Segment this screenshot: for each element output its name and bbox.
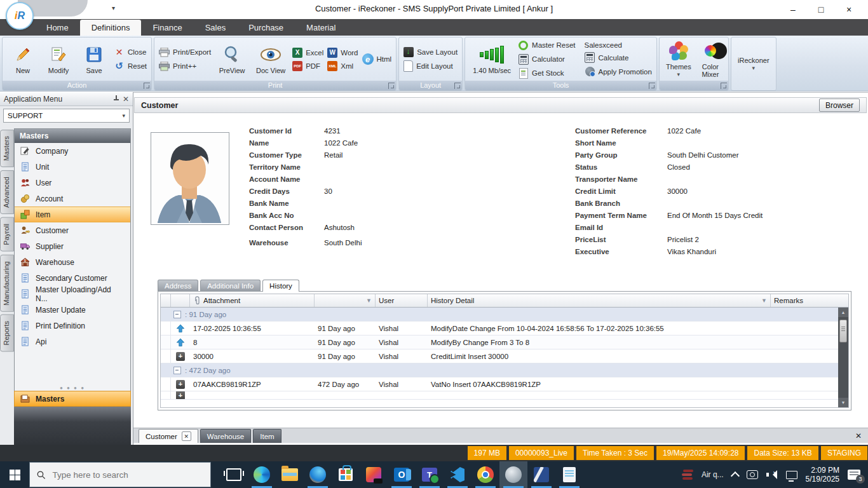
excel-button[interactable]: X Excel bbox=[292, 48, 323, 58]
dialog-launcher-icon[interactable] bbox=[649, 83, 655, 89]
new-button[interactable]: New bbox=[5, 43, 41, 76]
browser-button[interactable]: Browser bbox=[819, 98, 860, 112]
tab-additional-info[interactable]: Additional Info bbox=[200, 280, 261, 292]
print-plus-button[interactable]: Print++ bbox=[159, 61, 211, 72]
maximize-button[interactable]: □ bbox=[807, 0, 835, 19]
pin-icon[interactable] bbox=[114, 95, 119, 102]
save-button[interactable]: Save bbox=[76, 43, 112, 76]
vtab-payroll[interactable]: Payroll bbox=[0, 217, 14, 252]
vtab-masters[interactable]: Masters bbox=[0, 130, 14, 167]
taskbar-m365[interactable] bbox=[360, 461, 388, 488]
calculate-button[interactable]: Calculate bbox=[585, 52, 652, 63]
vtab-reports[interactable]: Reports bbox=[0, 315, 14, 352]
scroll-down-icon[interactable]: ▼ bbox=[838, 398, 848, 407]
ireckoner-logo[interactable]: iR bbox=[6, 2, 34, 30]
header-date[interactable]: ▼ bbox=[315, 294, 376, 307]
tray-chevron-icon[interactable] bbox=[731, 471, 740, 480]
sidebar-splitter[interactable]: ● ● ● ● bbox=[14, 385, 131, 391]
sidebar-item-item[interactable]: Item bbox=[15, 207, 130, 222]
group-row-472-days[interactable]: : 472 Day ago bbox=[161, 363, 848, 377]
doctab-item[interactable]: Item bbox=[253, 429, 281, 443]
notification-center-icon[interactable]: 3 bbox=[848, 470, 860, 480]
masters-bottom-button[interactable]: Masters bbox=[14, 391, 131, 407]
start-button[interactable] bbox=[0, 461, 29, 488]
taskbar-ireckoner-active[interactable] bbox=[499, 461, 527, 488]
history-row[interactable]: + 07AAKCB9819R1ZP 472 Day ago Vishal Vat… bbox=[161, 377, 848, 391]
taskbar-vscode[interactable] bbox=[444, 461, 471, 488]
modify-button[interactable]: Modify bbox=[41, 43, 76, 76]
header-user[interactable]: User bbox=[376, 294, 428, 307]
tab-address[interactable]: Address bbox=[158, 280, 198, 292]
dialog-launcher-icon[interactable] bbox=[388, 83, 395, 89]
get-stock-button[interactable]: Get Stock bbox=[518, 68, 575, 79]
sidebar-item-api[interactable]: Api bbox=[15, 334, 130, 349]
tab-material[interactable]: Material bbox=[295, 20, 347, 36]
close-all-tabs-icon[interactable]: ✕ bbox=[855, 431, 862, 440]
meet-now-icon[interactable] bbox=[747, 470, 758, 479]
tab-purchase[interactable]: Purchase bbox=[237, 20, 295, 36]
sidebar-item-supplier[interactable]: Supplier bbox=[15, 238, 130, 254]
close-button[interactable]: × bbox=[835, 0, 863, 19]
filter-icon[interactable]: ▼ bbox=[366, 297, 372, 304]
vtab-manufacturing[interactable]: Manufacturing bbox=[0, 255, 14, 312]
weather-icon[interactable] bbox=[682, 469, 693, 480]
header-remarks[interactable]: Remarks bbox=[771, 294, 838, 307]
volume-muted-icon[interactable]: ✕ bbox=[766, 470, 778, 479]
edit-layout-button[interactable]: Edit Layout bbox=[403, 60, 458, 72]
taskbar-browser2[interactable] bbox=[304, 461, 332, 488]
sidebar-item-unit[interactable]: Unit bbox=[15, 159, 130, 175]
reset-button[interactable]: ↺ Reset bbox=[114, 61, 147, 72]
collapse-icon[interactable] bbox=[173, 311, 181, 318]
clock[interactable]: 2:09 PM 5/19/2025 bbox=[806, 466, 839, 484]
sidebar-item-secondary-customer[interactable]: Secondary Customer bbox=[15, 270, 130, 286]
tab-history[interactable]: History bbox=[262, 280, 299, 292]
sidebar-item-master-uploading[interactable]: Master Uploading/Add N... bbox=[15, 286, 130, 302]
taskbar-ssms[interactable] bbox=[527, 461, 555, 488]
dialog-launcher-icon[interactable] bbox=[144, 83, 150, 89]
calculator-button[interactable]: Calculator bbox=[518, 54, 575, 65]
preview-button[interactable]: PreView bbox=[213, 43, 251, 76]
taskbar-outlook[interactable]: O bbox=[388, 461, 416, 488]
xml-button[interactable]: XML Xml bbox=[327, 61, 358, 71]
group-row-91-days[interactable]: : 91 Day ago bbox=[161, 308, 848, 322]
history-row[interactable]: 17-02-2025 10:36:55 91 Day ago Vishal Mo… bbox=[161, 322, 848, 336]
color-mixer-button[interactable]: Color Mixer bbox=[695, 39, 726, 79]
sidebar-item-customer[interactable]: Customer bbox=[15, 222, 130, 238]
doctab-warehouse[interactable]: Warehouse bbox=[200, 429, 251, 443]
pdf-button[interactable]: PDF PDF bbox=[292, 61, 323, 71]
taskbar-chrome[interactable] bbox=[471, 461, 499, 488]
tab-sales[interactable]: Sales bbox=[194, 20, 238, 36]
sidebar-close-icon[interactable]: ✕ bbox=[123, 95, 129, 104]
vtab-advanced[interactable]: Advanced bbox=[0, 170, 14, 214]
taskbar-teams[interactable]: T bbox=[416, 461, 444, 488]
task-view-button[interactable] bbox=[220, 461, 248, 488]
weather-label[interactable]: Air q... bbox=[702, 470, 724, 479]
ireckoner-menu-button[interactable]: iReckoner bbox=[734, 55, 773, 73]
html-button[interactable]: e Html bbox=[362, 53, 392, 65]
header-history-detail[interactable]: History Detail ▼ bbox=[428, 294, 771, 307]
header-attachment[interactable]: Attachment bbox=[190, 294, 315, 307]
tab-definitions[interactable]: Definitions bbox=[80, 20, 142, 36]
taskbar-search[interactable] bbox=[29, 462, 211, 487]
doctab-customer[interactable]: Customer ✕ bbox=[139, 429, 198, 443]
table-scrollbar[interactable]: ▲ ▼ bbox=[838, 308, 848, 407]
history-row[interactable]: + 30000 91 Day ago Vishal CreditLimit In… bbox=[161, 349, 848, 363]
apply-promotion-button[interactable]: Apply Promotion bbox=[585, 66, 652, 77]
taskbar-edge[interactable] bbox=[248, 461, 276, 488]
dialog-launcher-icon[interactable] bbox=[454, 83, 461, 89]
sidebar-item-account[interactable]: Account bbox=[15, 191, 130, 207]
taskbar-store[interactable] bbox=[332, 461, 360, 488]
scroll-up-icon[interactable]: ▲ bbox=[838, 308, 848, 317]
themes-button[interactable]: Themes bbox=[662, 39, 695, 79]
sidebar-item-user[interactable]: User bbox=[15, 175, 130, 191]
support-dropdown[interactable]: SUPPORT bbox=[3, 109, 130, 123]
search-input[interactable] bbox=[51, 470, 203, 480]
print-export-button[interactable]: Print/Export bbox=[159, 47, 211, 58]
dialog-launcher-icon[interactable] bbox=[721, 83, 727, 89]
history-row-partial[interactable]: + bbox=[161, 391, 848, 400]
scroll-thumb[interactable] bbox=[839, 320, 847, 342]
sidebar-item-warehouse[interactable]: $ Warehouse bbox=[15, 254, 130, 270]
taskbar-notepad[interactable] bbox=[555, 461, 583, 488]
filter-icon[interactable]: ▼ bbox=[761, 297, 767, 304]
word-button[interactable]: W Word bbox=[327, 48, 358, 58]
